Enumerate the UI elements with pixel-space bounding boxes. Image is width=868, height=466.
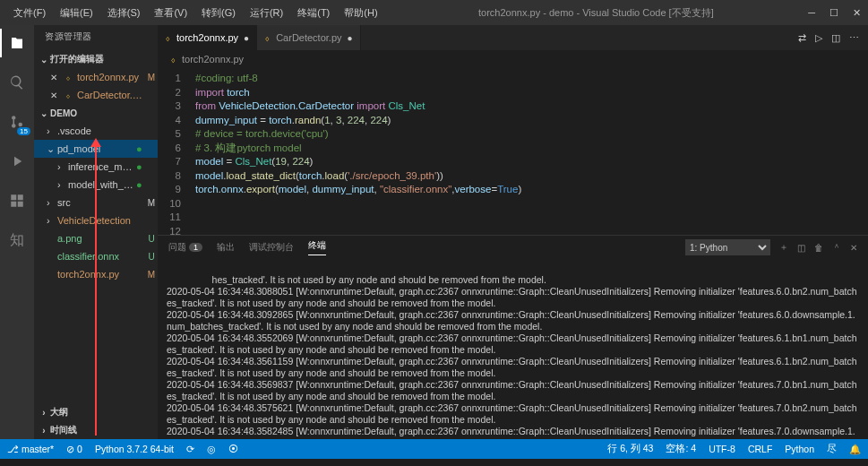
more-icon[interactable]: ⋯ xyxy=(849,32,859,44)
open-editor-item[interactable]: ✕⬨CarDetector.py Vehicl... 1, M xyxy=(34,86,158,104)
close-icon[interactable]: ✕ xyxy=(47,91,61,100)
new-terminal-icon[interactable]: ＋ xyxy=(779,241,788,254)
tree-row[interactable]: ›srcM xyxy=(34,194,158,211)
tab-problems[interactable]: 问题1 xyxy=(168,241,202,254)
tree-row[interactable]: ›.vscode xyxy=(34,122,158,140)
sidebar: 资源管理器 ⌄打开的编辑器 ✕⬨torch2onnx.pyM✕⬨CarDetec… xyxy=(34,25,158,439)
zhi-icon[interactable]: 知 xyxy=(6,229,28,251)
analysis-icon[interactable]: ⟳ xyxy=(186,444,194,454)
split-icon[interactable]: ◫ xyxy=(831,32,840,44)
panel-tabs: 问题1 输出 调试控制台 终端 1: Python ＋ ◫ 🗑 ＾ ✕ xyxy=(158,236,868,259)
line-gutter: 123456789101112131415 xyxy=(158,68,190,235)
tab-terminal[interactable]: 终端 xyxy=(308,239,326,255)
branch-status[interactable]: ⎇ master* xyxy=(7,444,54,454)
python-env[interactable]: Python 3.7.2 64-bit xyxy=(95,444,174,454)
timeline-head[interactable]: ›时间线 xyxy=(34,421,158,439)
close-panel-icon[interactable]: ✕ xyxy=(850,243,857,253)
editor-area: ⬨torch2onnx.py●⬨CarDetector.py● ⇄ ▷ ◫ ⋯ … xyxy=(158,25,868,439)
scm-icon[interactable]: 15 xyxy=(6,111,28,133)
modified-dot: ● xyxy=(348,33,353,43)
run-icon[interactable]: ▷ xyxy=(815,32,822,44)
editor-tab[interactable]: ⬨CarDetector.py● xyxy=(257,25,360,50)
python-icon: ⬨ xyxy=(61,73,75,82)
tree-row[interactable]: ›VehicleDetection xyxy=(34,211,158,229)
tree-row[interactable]: classifier.onnxU xyxy=(34,247,158,265)
menu-item[interactable]: 选择(S) xyxy=(101,3,147,23)
panel: 问题1 输出 调试控制台 终端 1: Python ＋ ◫ 🗑 ＾ ✕ hes_… xyxy=(158,235,868,439)
python-icon: ⬨ xyxy=(264,32,271,43)
menu-item[interactable]: 查看(V) xyxy=(148,3,193,23)
menu-item[interactable]: 帮助(H) xyxy=(338,3,383,23)
menu-item[interactable]: 运行(R) xyxy=(244,3,289,23)
tree-row[interactable]: a.pngU xyxy=(34,229,158,247)
extensions-icon[interactable] xyxy=(6,190,28,211)
terminal-output[interactable]: hes_tracked'. It is not used by any node… xyxy=(158,259,868,439)
python-icon: ⬨ xyxy=(61,91,75,100)
maximize-button[interactable]: ☐ xyxy=(829,7,838,19)
open-editors-head[interactable]: ⌄打开的编辑器 xyxy=(34,50,158,68)
menu-item[interactable]: 转到(G) xyxy=(195,3,242,23)
live-icon[interactable]: ⦿ xyxy=(228,444,238,454)
minimize-button[interactable]: ─ xyxy=(808,7,815,19)
maximize-panel-icon[interactable]: ＾ xyxy=(832,241,841,254)
tree-row[interactable]: ›model_with_code● xyxy=(34,176,158,194)
cursor-pos[interactable]: 行 6, 列 43 xyxy=(607,443,653,455)
menu-item[interactable]: 文件(F) xyxy=(7,3,52,23)
scm-badge: 15 xyxy=(17,127,30,135)
tree-row[interactable]: ›inference_model● xyxy=(34,158,158,176)
eol-status[interactable]: CRLF xyxy=(748,444,772,454)
window-title: torch2onnx.py - demo - Visual Studio Cod… xyxy=(384,6,809,20)
explorer-icon[interactable] xyxy=(6,32,28,54)
menu-item[interactable]: 编辑(E) xyxy=(54,3,99,23)
encoding-status[interactable]: UTF-8 xyxy=(709,444,735,454)
activity-bar: 15 知 xyxy=(0,25,34,439)
python-icon: ⬨ xyxy=(170,54,176,65)
spaces-status[interactable]: 空格: 4 xyxy=(666,443,696,455)
demo-head[interactable]: ⌄DEMO xyxy=(34,104,158,122)
terminal-selector[interactable]: 1: Python xyxy=(685,239,770,255)
lang-status[interactable]: Python xyxy=(785,444,814,454)
tree-row[interactable]: ⌄pd_model● xyxy=(34,140,158,158)
tree-row[interactable]: torch2onnx.pyM xyxy=(34,265,158,283)
python-icon: ⬨ xyxy=(165,32,171,43)
menu-item[interactable]: 终端(T) xyxy=(291,3,336,23)
open-editor-item[interactable]: ✕⬨torch2onnx.pyM xyxy=(34,68,158,86)
status-bar: ⎇ master* ⊘ 0 Python 3.7.2 64-bit ⟳ ◎ ⦿ … xyxy=(0,439,868,459)
editor-tab[interactable]: ⬨torch2onnx.py● xyxy=(158,25,257,50)
sidebar-title: 资源管理器 xyxy=(34,25,158,50)
split-terminal-icon[interactable]: ◫ xyxy=(797,243,805,253)
feedback-icon[interactable]: 尽 xyxy=(827,443,837,455)
close-icon[interactable]: ✕ xyxy=(47,73,61,82)
tab-actions: ⇄ ▷ ◫ ⋯ xyxy=(798,32,868,44)
tab-output[interactable]: 输出 xyxy=(217,241,235,254)
code-editor[interactable]: 123456789101112131415 #coding: utf-8impo… xyxy=(158,68,868,235)
outline-head[interactable]: ›大纲 xyxy=(34,403,158,421)
modified-dot: ● xyxy=(244,33,249,43)
kill-terminal-icon[interactable]: 🗑 xyxy=(814,243,823,253)
window-controls: ─ ☐ ✕ xyxy=(808,7,861,19)
close-button[interactable]: ✕ xyxy=(853,7,861,19)
titlebar: 文件(F)编辑(E)选择(S)查看(V)转到(G)运行(R)终端(T)帮助(H)… xyxy=(0,0,868,25)
debug-icon[interactable] xyxy=(6,151,28,172)
search-icon[interactable] xyxy=(6,72,28,93)
tab-debug[interactable]: 调试控制台 xyxy=(249,241,294,254)
compare-icon[interactable]: ⇄ xyxy=(798,32,806,44)
jupyter-icon[interactable]: ◎ xyxy=(207,444,216,454)
menu-bar: 文件(F)编辑(E)选择(S)查看(V)转到(G)运行(R)终端(T)帮助(H) xyxy=(7,3,384,23)
bell-icon[interactable]: 🔔 xyxy=(849,444,861,455)
breadcrumb[interactable]: ⬨ torch2onnx.py xyxy=(158,50,868,68)
sync-status[interactable]: ⊘ 0 xyxy=(66,444,82,454)
code-lines[interactable]: #coding: utf-8import torchfrom VehicleDe… xyxy=(190,68,868,235)
editor-tabs: ⬨torch2onnx.py●⬨CarDetector.py● ⇄ ▷ ◫ ⋯ xyxy=(158,25,868,50)
